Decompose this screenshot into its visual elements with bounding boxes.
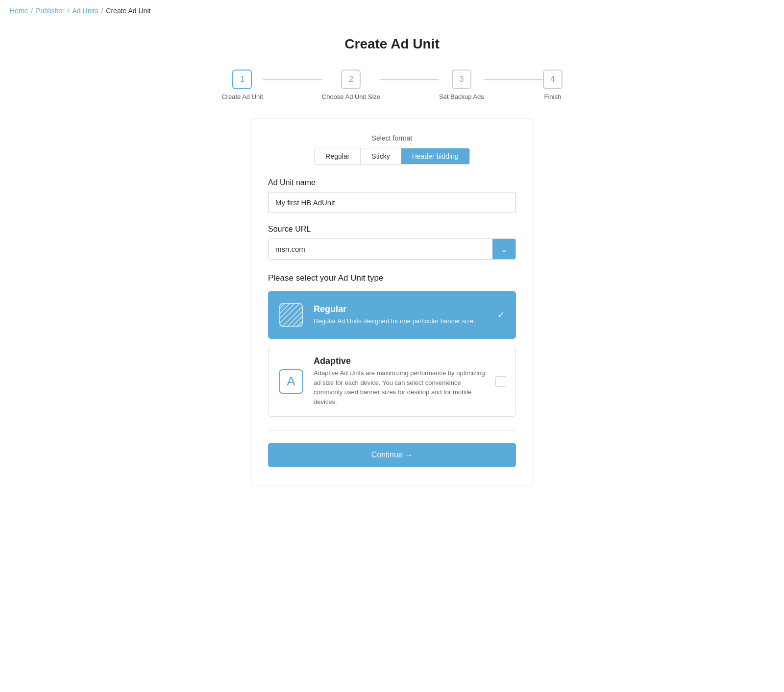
ad-type-adaptive-card[interactable]: A Adaptive Adaptive Ad Units are maximiz… [268, 346, 516, 417]
chevron-down-icon: ⌄ [500, 244, 508, 255]
step-2-label: Choose Ad Unit Size [322, 93, 380, 100]
format-regular-button[interactable]: Regular [315, 148, 361, 164]
adaptive-type-info: Adaptive Adaptive Ad Units are maximizin… [314, 356, 486, 406]
source-url-label: Source URL [268, 225, 516, 234]
source-url-input[interactable] [269, 239, 492, 259]
main-content: Create Ad Unit 1 Create Ad Unit 2 Choose… [0, 22, 784, 485]
letter-a-icon: A [279, 369, 303, 394]
regular-type-icon [277, 301, 305, 329]
adaptive-check-box [495, 376, 507, 387]
regular-check-icon: ✓ [495, 309, 507, 321]
step-1-label: Create Ad Unit [221, 93, 263, 100]
continue-button[interactable]: Continue → [268, 443, 516, 467]
connector-3-4 [484, 79, 543, 80]
format-buttons: Regular Sticky Header bidding [314, 148, 469, 165]
connector-1-2 [263, 79, 322, 80]
adaptive-checkbox[interactable] [495, 376, 506, 387]
source-url-dropdown-button[interactable]: ⌄ [492, 239, 515, 259]
ad-type-regular-card[interactable]: Regular Regular Ad Units designed for on… [268, 291, 516, 339]
format-sticky-button[interactable]: Sticky [361, 148, 401, 164]
step-3-label: Set Backup Ads [439, 93, 484, 100]
svg-line-4 [280, 304, 299, 323]
breadcrumb-publisher[interactable]: Publisher [36, 7, 64, 15]
step-3: 3 Set Backup Ads [439, 70, 484, 100]
breadcrumb: Home / Publisher / Ad Units / Create Ad … [0, 0, 784, 22]
step-4-label: Finish [544, 93, 561, 100]
step-4-circle: 4 [543, 70, 563, 89]
adaptive-type-desc: Adaptive Ad Units are maximizing perform… [314, 368, 486, 406]
regular-type-desc: Regular Ad Units designed for one partic… [314, 316, 486, 326]
ad-unit-name-label: Ad Unit name [268, 178, 516, 187]
step-2-circle: 2 [341, 70, 361, 89]
step-1: 1 Create Ad Unit [221, 70, 263, 100]
form-card: Select format Regular Sticky Header bidd… [250, 118, 534, 485]
step-2: 2 Choose Ad Unit Size [322, 70, 380, 100]
regular-type-title: Regular [314, 304, 486, 314]
format-header-bidding-button[interactable]: Header bidding [401, 148, 469, 164]
stepper: 1 Create Ad Unit 2 Choose Ad Unit Size 3… [221, 70, 563, 100]
connector-2-3 [380, 79, 439, 80]
svg-line-2 [280, 304, 290, 313]
format-label: Select format [268, 134, 516, 142]
source-url-wrap: ⌄ [268, 239, 516, 260]
regular-type-info: Regular Regular Ad Units designed for on… [314, 304, 486, 326]
form-divider [268, 430, 516, 431]
svg-line-7 [293, 316, 302, 326]
ad-unit-name-input[interactable] [268, 192, 516, 213]
format-section: Select format Regular Sticky Header bidd… [268, 134, 516, 165]
breadcrumb-home[interactable]: Home [10, 7, 28, 15]
step-4: 4 Finish [543, 70, 563, 100]
ad-unit-type-label: Please select your Ad Unit type [268, 273, 516, 283]
svg-line-5 [283, 307, 302, 326]
adaptive-type-title: Adaptive [314, 356, 486, 366]
breadcrumb-current: Create Ad Unit [106, 7, 150, 15]
adaptive-type-icon: A [277, 368, 305, 395]
breadcrumb-ad-units[interactable]: Ad Units [73, 7, 98, 15]
step-3-circle: 3 [452, 70, 471, 89]
step-1-circle: 1 [232, 70, 252, 89]
page-title: Create Ad Unit [344, 36, 439, 52]
